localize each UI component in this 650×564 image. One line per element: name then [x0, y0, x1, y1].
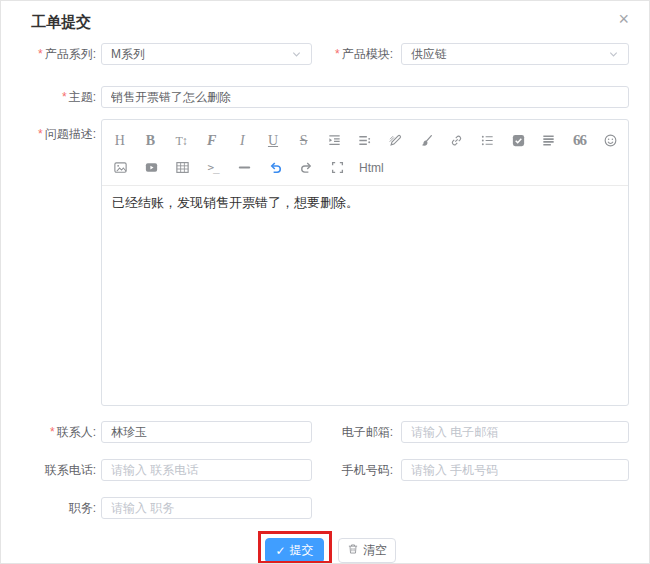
clear-button[interactable]: 清空 [338, 538, 396, 563]
divider-icon[interactable] [235, 157, 253, 179]
required-mark: * [62, 90, 67, 104]
link-icon[interactable] [448, 130, 466, 152]
underline-icon[interactable]: U [264, 130, 282, 152]
description-label: *问题描述: [11, 123, 96, 145]
rich-text-editor: HBT↕FIUS66 >_Html 已经结账，发现销售开票错了，想要删除。 [101, 119, 629, 406]
telephone-label: 联系电话: [11, 459, 96, 481]
product-module-select[interactable]: 供应链 [401, 43, 629, 65]
contact-name-label: *联系人: [11, 421, 96, 443]
close-icon[interactable]: × [618, 9, 629, 29]
mobile-label: 手机号码: [313, 459, 393, 481]
heading-icon[interactable]: H [111, 130, 129, 152]
product-series-select[interactable]: M系列 [101, 43, 312, 65]
video-icon[interactable] [142, 157, 160, 179]
contact-name-input[interactable] [101, 421, 312, 443]
required-mark: * [335, 47, 340, 61]
fullscreen-icon[interactable] [328, 157, 346, 179]
job-title-label: 职务: [11, 497, 96, 519]
line-height-icon[interactable] [356, 130, 374, 152]
bold-icon[interactable]: B [142, 130, 160, 152]
mobile-input[interactable] [401, 459, 629, 481]
required-mark: * [38, 47, 43, 61]
strikethrough-icon[interactable]: S [295, 130, 313, 152]
font-family-icon[interactable]: F [203, 130, 221, 152]
editor-toolbar: HBT↕FIUS66 >_Html [102, 120, 628, 186]
required-mark: * [50, 425, 55, 439]
code-icon[interactable]: >_ [204, 157, 222, 179]
font-color-icon[interactable] [387, 130, 405, 152]
bulleted-list-icon[interactable] [479, 130, 497, 152]
subject-label: *主题: [11, 86, 96, 108]
check-icon: ✓ [275, 544, 285, 558]
telephone-input[interactable] [101, 459, 312, 481]
font-size-icon[interactable]: T↕ [172, 130, 190, 152]
emoji-icon[interactable] [601, 130, 619, 152]
undo-icon[interactable] [266, 157, 284, 179]
chevron-down-icon [608, 49, 619, 60]
redo-icon[interactable] [297, 157, 315, 179]
required-mark: * [38, 127, 43, 141]
toolbar-row-2: >_Html [111, 154, 619, 181]
dialog-title: 工单提交 [31, 13, 91, 32]
indent-icon[interactable] [325, 130, 343, 152]
chevron-down-icon [291, 49, 302, 60]
clear-button-label: 清空 [363, 542, 387, 559]
table-icon[interactable] [173, 157, 191, 179]
subject-input[interactable] [101, 86, 629, 108]
editor-content[interactable]: 已经结账，发现销售开票错了，想要删除。 [102, 186, 628, 380]
product-module-value: 供应链 [411, 46, 608, 63]
justify-icon[interactable] [540, 130, 558, 152]
product-series-value: M系列 [111, 46, 291, 63]
image-icon[interactable] [111, 157, 129, 179]
trash-icon [347, 543, 359, 558]
submit-button-label: 提交 [290, 542, 314, 559]
quote-icon[interactable]: 66 [571, 130, 589, 152]
italic-icon[interactable]: I [234, 130, 252, 152]
toolbar-row-1: HBT↕FIUS66 [111, 127, 619, 154]
product-module-label: *产品模块: [313, 43, 393, 65]
background-color-icon[interactable] [417, 130, 435, 152]
job-title-input[interactable] [101, 497, 312, 519]
work-order-dialog: 工单提交 × *产品系列: M系列 *产品模块: 供应链 *主题: *问题描述:… [0, 0, 650, 564]
submit-button[interactable]: ✓ 提交 [265, 538, 324, 563]
todo-icon[interactable] [509, 130, 527, 152]
html-icon[interactable]: Html [359, 157, 384, 179]
email-label: 电子邮箱: [313, 421, 393, 443]
email-input[interactable] [401, 421, 629, 443]
product-series-label: *产品系列: [11, 43, 96, 65]
